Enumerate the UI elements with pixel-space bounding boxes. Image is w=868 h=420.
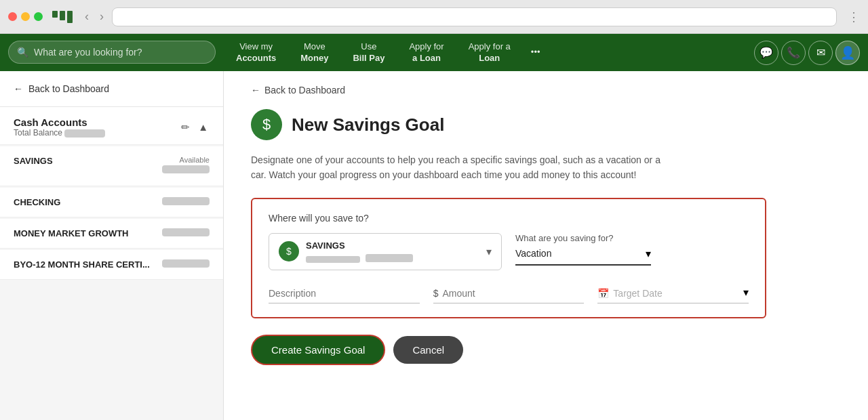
nav-item-view-accounts[interactable]: View my Accounts [224,34,288,71]
collapse-icon-button[interactable]: ▲ [197,120,210,135]
target-date-label: Target Date [613,288,743,299]
account-name-checking: CHECKING [14,197,60,207]
account-item-savings[interactable]: SAVINGS Available [0,146,223,186]
forward-nav-button[interactable]: › [97,7,106,26]
panel-description: Designate one of your accounts to help y… [251,152,671,183]
nav-label-line2-0: Accounts [236,53,276,64]
action-buttons: Create Savings Goal Cancel [251,335,841,365]
account-item-certificate[interactable]: BYO-12 MONTH SHARE CERTI... [0,250,223,280]
user-profile-button[interactable]: 👤 [835,41,860,65]
nav-more-label: ••• [531,47,540,58]
browser-chrome: ‹ › ⋮ [0,0,868,34]
search-icon: 🔍 [17,47,28,58]
cash-accounts-info: Cash Accounts Total Balance [14,117,105,138]
phone-icon: 📞 [787,46,800,59]
panel-back-label: Back to Dashboard [264,85,345,96]
savings-goal-form: Where will you save to? $ SAVINGS [251,198,766,318]
saving-for-value: Vacation [515,248,551,259]
amount-field-wrap: $ [433,288,585,303]
address-bar[interactable] [112,7,837,26]
main-content: ← Back to Dashboard Cash Accounts Total … [0,71,868,420]
calendar-icon: 📅 [597,288,609,299]
chat-button[interactable]: 💬 [754,41,778,65]
sidebar: ← Back to Dashboard Cash Accounts Total … [0,71,224,420]
account-name-savings: SAVINGS [14,156,53,166]
mail-icon: ✉ [816,46,825,59]
nav-label-line2-4: Loan [479,53,500,64]
close-button-tl[interactable] [8,12,17,21]
back-nav-button[interactable]: ‹ [82,7,92,26]
certificate-amount-blur [162,259,210,268]
savings-amount-blur [162,165,210,173]
total-balance-value [64,129,105,138]
cash-accounts-title: Cash Accounts [14,117,105,128]
selector-account-number-blur [306,256,360,263]
search-area: 🔍 What are you looking for? [0,34,224,71]
total-balance-row: Total Balance [14,128,105,138]
top-navigation: 🔍 What are you looking for? View my Acco… [0,34,868,71]
amount-input[interactable] [442,288,584,299]
nav-label-line1-2: Use [361,41,376,53]
saving-for-chevron-icon: ▾ [646,247,651,260]
mail-button[interactable]: ✉ [808,41,833,65]
nav-item-apply-loan-2[interactable]: Apply for a Loan [456,34,523,71]
account-balance-savings: Available [162,156,210,176]
saving-for-label: What are you saving for? [515,233,749,243]
saving-for-select[interactable]: Vacation ▾ [515,247,651,266]
total-balance-label: Total Balance [14,128,62,138]
cash-accounts-header: Cash Accounts Total Balance ✏ ▲ [0,107,223,145]
create-savings-goal-button[interactable]: Create Savings Goal [251,335,385,365]
description-input[interactable] [269,284,420,303]
saving-for-col: What are you saving for? Vacation ▾ [515,233,749,266]
account-selector-col: $ SAVINGS ▾ [269,233,502,270]
selector-balance-blur [366,254,413,262]
checking-amount-blur [162,197,210,205]
minimize-button-tl[interactable] [21,12,30,21]
maximize-button-tl[interactable] [34,12,43,21]
account-selector[interactable]: $ SAVINGS ▾ [269,233,502,270]
panel-back-arrow: ← [251,85,260,96]
selector-account-name: SAVINGS [306,240,479,251]
search-placeholder: What are you looking for? [34,47,142,58]
panel-back-link[interactable]: ← Back to Dashboard [251,85,841,96]
nav-item-move-money[interactable]: Move Money [288,34,340,71]
nav-label-line2-3: a Loan [412,53,441,64]
nav-items: View my Accounts Move Money Use Bill Pay… [224,34,754,71]
nav-item-bill-pay[interactable]: Use Bill Pay [340,34,397,71]
selector-content: SAVINGS [306,240,479,263]
money-market-amount-blur [162,228,210,236]
nav-label-line1-4: Apply for a [469,41,511,53]
traffic-lights [8,12,43,21]
chat-icon: 💬 [760,46,773,59]
search-box[interactable]: 🔍 What are you looking for? [8,41,216,64]
app: 🔍 What are you looking for? View my Acco… [0,34,868,420]
date-chevron-icon: ▾ [743,286,749,299]
nav-item-apply-loan[interactable]: Apply for a Loan [397,34,456,71]
account-item-checking[interactable]: CHECKING [0,188,223,217]
nav-actions: 💬 📞 ✉ 👤 [754,34,868,71]
panel-title-row: $ New Savings Goal [251,109,841,140]
selector-savings-icon: $ [279,241,299,261]
where-save-label: Where will you save to? [269,213,749,224]
savings-goal-icon: $ [251,109,282,140]
edit-icon-button[interactable]: ✏ [180,120,191,135]
nav-label-line1-0: View my [239,41,273,53]
page-title: New Savings Goal [292,114,444,135]
cancel-button[interactable]: Cancel [393,336,463,364]
selector-chevron-icon: ▾ [486,245,492,258]
account-item-money-market[interactable]: MONEY MARKET GROWTH [0,219,223,249]
sidebar-back-label: Back to Dashboard [28,83,109,94]
account-name-certificate: BYO-12 MONTH SHARE CERTI... [14,259,150,270]
nav-label-line1-3: Apply for [409,41,443,53]
nav-more-button[interactable]: ••• [523,34,549,71]
dollar-sign-icon: $ [433,288,439,299]
description-field-wrap [269,284,420,303]
nav-label-line2-2: Bill Pay [353,53,384,64]
form-top-row: $ SAVINGS ▾ [269,233,749,270]
phone-button[interactable]: 📞 [781,41,806,65]
form-bottom-row: $ 📅 Target Date ▾ [269,284,749,303]
header-icons: ✏ ▲ [180,120,210,135]
browser-menu-icon[interactable]: ⋮ [848,9,860,24]
sidebar-back-link[interactable]: ← Back to Dashboard [0,71,223,107]
target-date-field-wrap[interactable]: 📅 Target Date ▾ [597,286,749,303]
